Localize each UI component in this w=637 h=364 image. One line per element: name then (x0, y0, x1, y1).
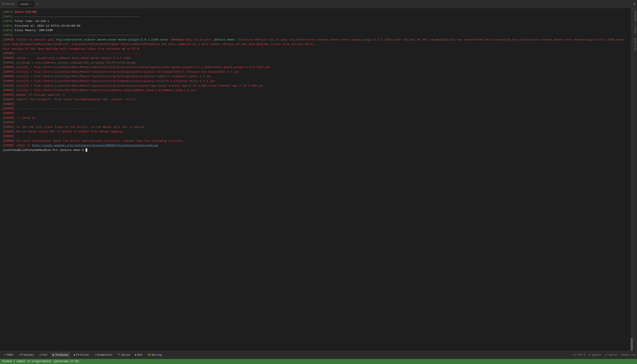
encoding-status: LF UTF-8 (573, 354, 585, 356)
status-bar-text: Pushed 1 commit to origin/master (yester… (3, 360, 79, 363)
terminal-line: [ERROR] import: Entry[import from realm … (3, 97, 630, 102)
toolbar-spring-label: Spring (152, 353, 162, 356)
toolbar-git-label: Git (43, 353, 48, 356)
terminal-line: [ERROR] Number of foreign imports: 1 (3, 93, 630, 98)
endpoints-icon: ⬡ (95, 353, 97, 356)
terminal-line: [ERROR] urls[1] = file:/Users/liushihao/… (3, 70, 630, 74)
branch-status[interactable]: ⎇ master (604, 353, 618, 356)
tab-local[interactable]: Local × (18, 1, 35, 7)
terminal-line: [ERROR] -> [Help 1] (3, 116, 630, 120)
toolbar-run[interactable]: ▶ Run (133, 352, 145, 358)
toolbar-git[interactable]: ⎇ Git (37, 352, 50, 358)
terminal-content: [INFO] BUILD FAILURE [INFO] ------------… (0, 8, 637, 351)
spring-icon: 🌿 (148, 353, 151, 356)
scrollbar-track[interactable] (630, 8, 633, 351)
terminal-icon: ▶ (53, 353, 54, 356)
terminal-line: [ERROR] (3, 134, 630, 139)
terminal-line: java.lang.UnsupportedClassVersionError: … (3, 42, 630, 47)
terminal-line: [ERROR] (3, 102, 630, 106)
toolbar-build[interactable]: 🔨 Build (115, 352, 132, 358)
tab-bar-label: Terminal (2, 2, 15, 6)
terminal-line: [INFO] ---------------------------------… (3, 33, 630, 38)
terminal-line: [INFO] BUILD FAILURE (3, 10, 630, 14)
toolbar-profiler[interactable]: ◉ Profiler (72, 352, 92, 358)
terminal-line-error-main: [ERROR] Failed to execute goal org.sonar… (3, 38, 630, 42)
terminal-line: [ERROR] urls[0] = file:/Users/liushihao/… (3, 65, 630, 70)
terminal-line: [ERROR] To see the full stack trace of t… (3, 125, 630, 130)
terminal-line: [ERROR] For more information about the e… (3, 139, 630, 144)
toolbar-terminal-label: Terminal (55, 353, 69, 356)
sidebar-item-word-book[interactable]: Word Book (633, 36, 637, 52)
toolbar-problems-label: Problems (21, 353, 34, 356)
tab-close-icon[interactable]: × (30, 3, 32, 5)
gear-icon[interactable]: ⚙ (633, 2, 635, 6)
terminal-line: [ERROR] Re-run Maven using the -X switch… (3, 129, 630, 134)
toolbar-build-label: Build (122, 353, 130, 356)
tab-bar: Terminal Local × + ⚙ (0, 0, 637, 8)
git-icon: ⎇ (39, 353, 42, 356)
tab-local-label: Local (20, 2, 29, 6)
terminal-line: [ERROR] urls[4] = file:/Users/liushihao/… (3, 84, 630, 88)
terminal-line: [INFO] Finished at: 2022-12-02T11:19:01+… (3, 24, 630, 28)
terminal-line: [INFO] Total time: 24.220 s (3, 19, 630, 24)
toolbar-terminal[interactable]: ▶ Terminal (51, 352, 71, 358)
status-right: LF UTF-8 4 spaces ⎇ master Event Log (573, 353, 635, 356)
build-icon: 🔨 (118, 353, 121, 356)
terminal-line: [ERROR] realm = plugin>org.codehaus.mojo… (3, 56, 630, 60)
terminal-line-help: [ERROR] [Help 1] http://cwiki.apache.org… (3, 143, 630, 148)
toolbar-endpoints[interactable]: ⬡ Endpoints (92, 352, 115, 358)
terminal-line: [ERROR] urls[5] = file:/Users/liushihao/… (3, 88, 630, 93)
terminal-line: [ERROR] strategy = org.codehaus.plexus.c… (3, 60, 630, 65)
add-tab-button[interactable]: + (36, 2, 39, 6)
terminal-prompt-line: liushihao@LiuShihaodeMacBook-Pro jenkins… (3, 148, 630, 152)
help-link[interactable]: http://cwiki.apache.org/confluence/displ… (32, 144, 158, 147)
terminal-line: [ERROR] (3, 111, 630, 116)
bottom-toolbar: ☑ TODO ⚠ Problems ⎇ Git ▶ Terminal ◉ Pro… (0, 351, 637, 359)
event-log-button[interactable]: Event Log (621, 354, 635, 356)
problems-icon: ⚠ (18, 353, 20, 356)
sidebar-item-maven[interactable]: Maven (633, 24, 637, 36)
terminal-line: [ERROR] --------------------------------… (3, 51, 630, 56)
cursor (86, 148, 87, 152)
toolbar-endpoints-label: Endpoints (98, 353, 112, 356)
sidebar-item-database[interactable]: Database (633, 8, 637, 24)
toolbar-run-label: Run (137, 353, 142, 356)
scrollbar-thumb[interactable] (630, 338, 633, 351)
toolbar-spring[interactable]: 🌿 Spring (146, 352, 164, 358)
profiler-icon: ◉ (74, 353, 75, 356)
terminal-line: [ERROR] (3, 120, 630, 125)
todo-icon: ☑ (4, 353, 5, 356)
toolbar-todo[interactable]: ☑ TODO (2, 352, 15, 358)
run-icon: ▶ (135, 353, 137, 356)
terminal-line: [ERROR] urls[2] = file:/Users/liushihao/… (3, 74, 630, 79)
terminal-line: [INFO] ---------------------------------… (3, 14, 630, 19)
toolbar-problems[interactable]: ⚠ Problems (16, 352, 36, 358)
toolbar-profiler-label: Profiler (76, 353, 89, 356)
terminal-line: [INFO] Final Memory: 30M/329M (3, 28, 630, 33)
terminal-line: [ERROR] --------------------------------… (3, 106, 630, 111)
status-bar: Pushed 1 commit to origin/master (yester… (0, 359, 637, 364)
indent-status: 4 spaces (588, 354, 601, 356)
terminal-line: this version of the Java Runtime only re… (3, 47, 630, 51)
toolbar-todo-label: TODO (6, 353, 13, 356)
terminal-line: [ERROR] urls[3] = file:/Users/liushihao/… (3, 79, 630, 84)
right-sidebar: Database Maven Word Book (633, 8, 637, 351)
